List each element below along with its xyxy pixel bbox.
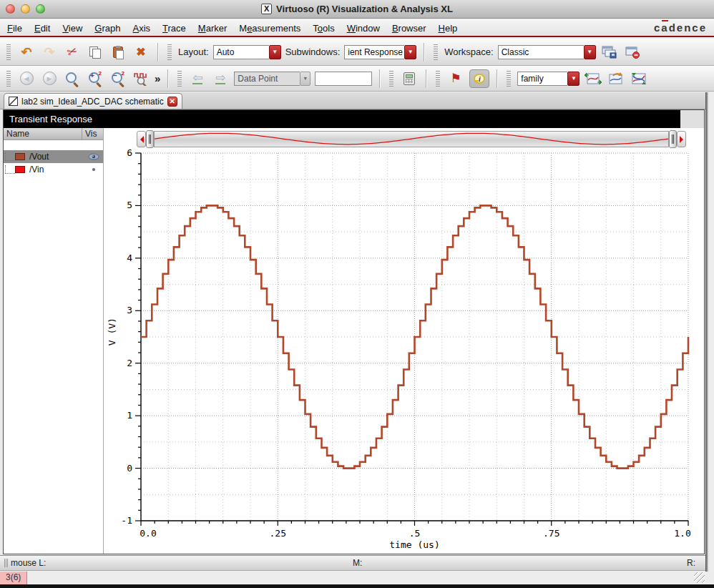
svg-text:2: 2	[127, 358, 132, 368]
chevron-down-icon[interactable]: ▼	[584, 45, 596, 59]
zoom-in-button[interactable]: +2	[86, 69, 104, 88]
left-arrow-icon: ⇦	[192, 73, 202, 84]
flag-button[interactable]: ⚑	[446, 69, 465, 88]
family-dropdown[interactable]: family ▼	[517, 72, 579, 86]
visibility-eye-icon[interactable]	[84, 153, 103, 160]
undo-button[interactable]: ↶	[17, 43, 36, 62]
zoom-fit-button[interactable]	[63, 69, 82, 88]
next-view-button[interactable]: ▶	[40, 69, 59, 88]
menu-graph[interactable]: Graph	[94, 23, 120, 34]
status-bar: mouse L: M: R:	[0, 555, 705, 571]
datapoint-combobox[interactable]: Data Point ▾	[234, 72, 310, 86]
zoom-waveform-button[interactable]	[132, 69, 150, 88]
window-title: Virtuoso (R) Visualization & Analysis XL	[276, 4, 453, 14]
tab-close-icon[interactable]: ✕	[167, 97, 177, 107]
toolbar-drag-handle[interactable]	[6, 44, 11, 60]
menu-items: FileEditViewGraphAxisTraceMarkerMeasurem…	[7, 21, 469, 34]
resize-grip[interactable]	[694, 572, 705, 583]
zoom-out-button[interactable]: −2	[109, 69, 127, 88]
point-value-field[interactable]	[315, 72, 372, 86]
menu-measurements[interactable]: Measurements	[239, 23, 300, 34]
copy-icon	[89, 46, 101, 58]
toolbar-drag-handle[interactable]	[434, 44, 438, 60]
delete-workspace-button[interactable]	[623, 43, 642, 62]
menu-bar: FileEditViewGraphAxisTraceMarkerMeasurem…	[0, 19, 714, 37]
statusbar-drag-handle[interactable]	[4, 559, 8, 567]
console-badge[interactable]: 3(6)	[0, 572, 27, 584]
chevron-down-icon[interactable]: ▾	[300, 72, 310, 86]
swap-sweep-button[interactable]	[584, 69, 602, 88]
toolbar-drag-handle[interactable]	[436, 71, 440, 87]
visibility-dot-icon[interactable]	[84, 166, 103, 173]
menu-axis[interactable]: Axis	[132, 23, 150, 34]
toolbar-separator	[157, 43, 158, 62]
subwindows-dropdown[interactable]: ient Response ▼	[344, 45, 416, 59]
datapoint-value: Data Point	[234, 72, 300, 86]
column-vis[interactable]: Vis	[82, 128, 103, 139]
label-info-toggle[interactable]: i	[469, 69, 489, 88]
overview-right-arrow[interactable]	[677, 131, 686, 147]
menu-tools[interactable]: Tools	[313, 23, 334, 34]
menu-view[interactable]: View	[62, 23, 82, 34]
menu-edit[interactable]: Edit	[34, 23, 50, 34]
paste-button[interactable]	[109, 43, 127, 62]
right-arrow-icon: ⇨	[215, 73, 225, 84]
toolbar-drag-handle[interactable]	[177, 71, 182, 87]
layout-dropdown[interactable]: Auto ▼	[213, 45, 281, 59]
toolbar-drag-handle[interactable]	[507, 71, 511, 87]
signal-row-vin[interactable]: /Vin	[4, 163, 103, 176]
signal-rows: /Vout/Vin	[4, 140, 103, 176]
subwindows-label: Subwindows:	[285, 46, 341, 57]
svg-text:.75: .75	[543, 528, 559, 539]
zoom-window-icon[interactable]	[36, 4, 45, 14]
chevron-down-icon[interactable]: ▼	[404, 45, 416, 59]
overview-left-arrow[interactable]	[137, 131, 146, 147]
menu-file[interactable]: File	[7, 23, 22, 34]
refresh-plot-button[interactable]	[607, 69, 625, 88]
flag-icon: ⚑	[451, 71, 461, 86]
save-workspace-button[interactable]	[600, 43, 619, 62]
graph-header: Transient Response	[4, 110, 704, 128]
overview-right-handle[interactable]	[669, 130, 677, 148]
refresh-icon	[607, 72, 625, 86]
menu-window[interactable]: Window	[347, 23, 380, 34]
chevron-down-icon[interactable]: ▼	[567, 72, 579, 86]
title-bar: X Virtuoso (R) Visualization & Analysis …	[0, 0, 714, 19]
close-window-icon[interactable]	[6, 4, 15, 14]
calculator-button[interactable]	[400, 69, 419, 88]
delete-button[interactable]: ✖	[132, 43, 150, 62]
svg-text:1: 1	[127, 410, 132, 421]
mouse-right-status: R:	[687, 558, 695, 568]
menu-help[interactable]: Help	[439, 23, 458, 34]
waveform-zoom-icon	[134, 72, 148, 86]
minimize-window-icon[interactable]	[21, 4, 30, 14]
layout-dropdown-value: Auto	[213, 45, 269, 59]
toolbar-drag-handle[interactable]	[6, 71, 11, 87]
combine-signals-button[interactable]	[630, 69, 648, 88]
tab-lab2-schematic[interactable]: lab2 sim_Ideal_ADC_DAC schematic ✕	[4, 93, 182, 109]
toolbar-drag-handle[interactable]	[167, 44, 172, 60]
next-point-button[interactable]: ⇨	[211, 69, 230, 88]
workspace-label: Workspace:	[444, 46, 493, 57]
previous-point-button[interactable]: ⇦	[188, 69, 207, 88]
cut-button[interactable]: ✂	[63, 43, 82, 62]
menu-trace[interactable]: Trace	[162, 23, 186, 34]
graph-header-stub	[680, 110, 704, 128]
previous-view-button[interactable]: ◀	[17, 69, 36, 88]
toolbar-drag-handle[interactable]	[389, 71, 393, 87]
overview-left-handle[interactable]	[146, 130, 154, 148]
menu-browser[interactable]: Browser	[392, 23, 426, 34]
plot-area[interactable]: -101234560.0.25.5.751.0time (us)V (V)	[104, 147, 698, 551]
redo-button[interactable]: ↷	[40, 43, 59, 62]
chevron-down-icon[interactable]: ▼	[269, 45, 281, 59]
undo-icon: ↶	[21, 44, 31, 60]
menu-marker[interactable]: Marker	[198, 23, 227, 34]
workspace-dropdown[interactable]: Classic ▼	[498, 45, 596, 59]
column-name[interactable]: Name	[4, 128, 82, 139]
svg-text:.5: .5	[409, 528, 421, 539]
signal-row-vout[interactable]: /Vout	[4, 150, 103, 163]
toolbar-overflow-chevron[interactable]: »	[155, 72, 160, 84]
overview-groove[interactable]	[154, 131, 669, 147]
svg-text:5: 5	[127, 200, 132, 210]
copy-button[interactable]	[86, 43, 104, 62]
